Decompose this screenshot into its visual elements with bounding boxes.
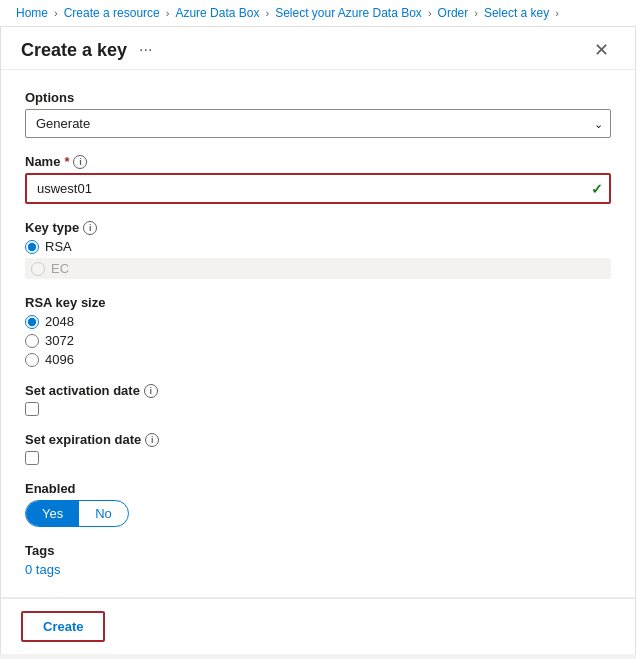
panel-header: Create a key ··· ✕ [1,27,635,70]
rsa-key-size-label: RSA key size [25,295,611,310]
expiration-date-info-icon[interactable]: i [145,433,159,447]
breadcrumb: Home › Create a resource › Azure Data Bo… [0,0,636,27]
options-label: Options [25,90,611,105]
panel-footer: Create [1,598,635,654]
enabled-yes-button[interactable]: Yes [26,501,79,526]
rsa-4096-label: 4096 [45,352,74,367]
breadcrumb-azure-data-box[interactable]: Azure Data Box [175,6,259,20]
breadcrumb-sep-2: › [166,7,170,19]
breadcrumb-sep-1: › [54,7,58,19]
rsa-3072-option[interactable]: 3072 [25,333,611,348]
rsa-key-size-field-group: RSA key size 2048 3072 4096 [25,295,611,367]
tags-field-group: Tags 0 tags [25,543,611,577]
key-type-info-icon[interactable]: i [83,221,97,235]
panel-close-button[interactable]: ✕ [588,39,615,61]
key-type-ec-label: EC [51,261,69,276]
breadcrumb-create-resource[interactable]: Create a resource [64,6,160,20]
activation-date-info-icon[interactable]: i [144,384,158,398]
activation-date-label: Set activation date i [25,383,611,398]
enabled-no-button[interactable]: No [79,501,128,526]
rsa-2048-label: 2048 [45,314,74,329]
options-select-wrapper: Generate Import Restore from backup ⌄ [25,109,611,138]
breadcrumb-order[interactable]: Order [438,6,469,20]
breadcrumb-select-azure-data-box[interactable]: Select your Azure Data Box [275,6,422,20]
key-type-ec-radio [31,262,45,276]
breadcrumb-sep-6: › [555,7,559,19]
activation-date-field-group: Set activation date i [25,383,611,416]
rsa-2048-option[interactable]: 2048 [25,314,611,329]
rsa-3072-radio[interactable] [25,334,39,348]
key-type-rsa-radio[interactable] [25,240,39,254]
key-type-radio-group: RSA EC [25,239,611,279]
name-input-wrapper: ✓ [25,173,611,204]
expiration-date-checkbox-item[interactable] [25,451,611,465]
tags-link[interactable]: 0 tags [25,562,611,577]
rsa-3072-label: 3072 [45,333,74,348]
options-field-group: Options Generate Import Restore from bac… [25,90,611,138]
activation-date-checkbox-item[interactable] [25,402,611,416]
key-type-ec-option: EC [25,258,611,279]
create-button[interactable]: Create [21,611,105,642]
rsa-4096-radio[interactable] [25,353,39,367]
options-select[interactable]: Generate Import Restore from backup [25,109,611,138]
breadcrumb-sep-3: › [265,7,269,19]
enabled-toggle: Yes No [25,500,129,527]
name-field-group: Name * i ✓ [25,154,611,204]
rsa-4096-option[interactable]: 4096 [25,352,611,367]
panel-body: Options Generate Import Restore from bac… [1,70,635,597]
breadcrumb-sep-4: › [428,7,432,19]
create-key-panel: Create a key ··· ✕ Options Generate Impo… [0,27,636,654]
tags-label: Tags [25,543,611,558]
expiration-date-label: Set expiration date i [25,432,611,447]
activation-date-checkbox[interactable] [25,402,39,416]
enabled-toggle-group: Yes No [25,500,611,527]
expiration-date-checkbox[interactable] [25,451,39,465]
name-required-indicator: * [64,154,69,169]
rsa-2048-radio[interactable] [25,315,39,329]
panel-title-area: Create a key ··· [21,39,156,61]
expiration-date-field-group: Set expiration date i [25,432,611,465]
enabled-field-group: Enabled Yes No [25,481,611,527]
enabled-label: Enabled [25,481,611,496]
key-type-rsa-label: RSA [45,239,72,254]
breadcrumb-select-key[interactable]: Select a key [484,6,549,20]
breadcrumb-sep-5: › [474,7,478,19]
panel-more-button[interactable]: ··· [135,39,156,61]
name-label: Name * i [25,154,611,169]
name-info-icon[interactable]: i [73,155,87,169]
name-input[interactable] [25,173,611,204]
key-type-field-group: Key type i RSA EC [25,220,611,279]
checkmark-icon: ✓ [591,181,603,197]
key-type-rsa-option[interactable]: RSA [25,239,611,254]
breadcrumb-home[interactable]: Home [16,6,48,20]
rsa-key-size-radio-group: 2048 3072 4096 [25,314,611,367]
panel-title: Create a key [21,40,127,61]
key-type-label: Key type i [25,220,611,235]
